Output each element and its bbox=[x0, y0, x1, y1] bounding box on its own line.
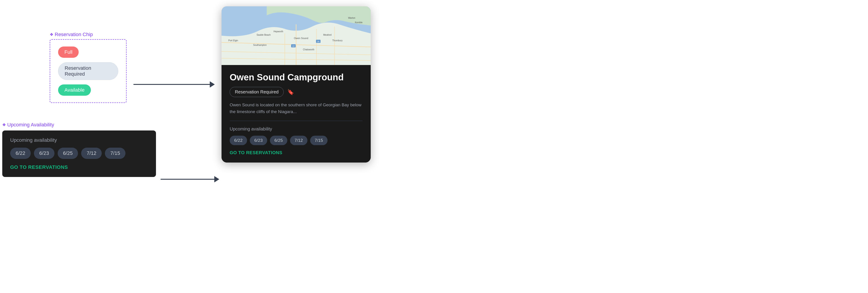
arrow-2 bbox=[160, 176, 219, 182]
svg-text:Thornbury: Thornbury bbox=[332, 39, 343, 42]
reservation-card: ❖ Reservation Card Owen Sound Southampto… bbox=[221, 6, 371, 162]
card-chip-reservation-required[interactable]: Reservation Required bbox=[230, 87, 284, 97]
date-chip-1[interactable]: 6/23 bbox=[34, 148, 55, 159]
svg-text:26: 26 bbox=[317, 40, 319, 43]
card-date-chip-2[interactable]: 6/25 bbox=[270, 136, 287, 145]
card-chip-row: Reservation Required 🔖 bbox=[230, 87, 363, 97]
map-svg: Owen Sound Southampton Port Elgin Sauble… bbox=[221, 6, 371, 65]
go-to-reservations-right[interactable]: GO TO RESERVATIONS bbox=[230, 150, 363, 155]
campground-name: Owen Sound Campground bbox=[230, 72, 363, 82]
svg-text:10: 10 bbox=[292, 45, 294, 47]
chip-full: Full bbox=[58, 46, 79, 58]
go-to-reservations-left[interactable]: GO TO RESERVATIONS bbox=[10, 164, 148, 170]
svg-text:Port Elgin: Port Elgin bbox=[228, 39, 238, 42]
date-chip-0[interactable]: 6/22 bbox=[10, 148, 31, 159]
arrow-1 bbox=[133, 81, 215, 87]
description: Owen Sound is located on the southern sh… bbox=[230, 102, 363, 115]
svg-text:Hepworth: Hepworth bbox=[274, 30, 283, 33]
svg-text:Owen Sound: Owen Sound bbox=[294, 37, 308, 39]
card-date-chip-0[interactable]: 6/22 bbox=[230, 136, 247, 145]
upcoming-card: Upcoming availability 6/22 6/23 6/25 7/1… bbox=[2, 131, 156, 177]
upcoming-availability-section: Upcoming Availability Upcoming availabil… bbox=[2, 122, 156, 177]
svg-text:Meaford: Meaford bbox=[323, 34, 332, 36]
date-chip-2[interactable]: 6/25 bbox=[58, 148, 78, 159]
svg-text:Kemble: Kemble bbox=[355, 21, 363, 24]
svg-text:Sauble Beach: Sauble Beach bbox=[256, 34, 271, 36]
upcoming-title-right: Upcoming availability bbox=[230, 126, 363, 132]
reservation-chip-section: Reservation Chip Full Reservation Requir… bbox=[50, 32, 127, 103]
date-chip-4[interactable]: 7/15 bbox=[105, 148, 125, 159]
card-date-chip-1[interactable]: 6/23 bbox=[250, 136, 267, 145]
map-section: Owen Sound Southampton Port Elgin Sauble… bbox=[221, 6, 371, 65]
bookmark-icon[interactable]: 🔖 bbox=[287, 89, 294, 95]
divider bbox=[230, 121, 363, 121]
chip-available: Available bbox=[58, 84, 91, 96]
card-content: Owen Sound Campground Reservation Requir… bbox=[221, 65, 371, 162]
upcoming-label: Upcoming Availability bbox=[2, 122, 156, 128]
svg-text:Chatsworth: Chatsworth bbox=[303, 48, 314, 51]
svg-text:Southampton: Southampton bbox=[253, 44, 267, 46]
card-date-chip-4[interactable]: 7/15 bbox=[310, 136, 328, 145]
date-chip-3[interactable]: 7/12 bbox=[81, 148, 102, 159]
date-chips-row-right: 6/22 6/23 6/25 7/12 7/15 bbox=[230, 136, 363, 145]
chip-reservation-required: Reservation Required bbox=[58, 62, 118, 80]
reservation-chip-label: Reservation Chip bbox=[50, 32, 127, 37]
upcoming-card-title: Upcoming availability bbox=[10, 137, 148, 143]
date-chips-row: 6/22 6/23 6/25 7/12 7/15 bbox=[10, 148, 148, 159]
svg-text:Warton: Warton bbox=[348, 17, 355, 19]
chip-container: Full Reservation Required Available bbox=[50, 39, 127, 103]
card-date-chip-3[interactable]: 7/12 bbox=[290, 136, 307, 145]
